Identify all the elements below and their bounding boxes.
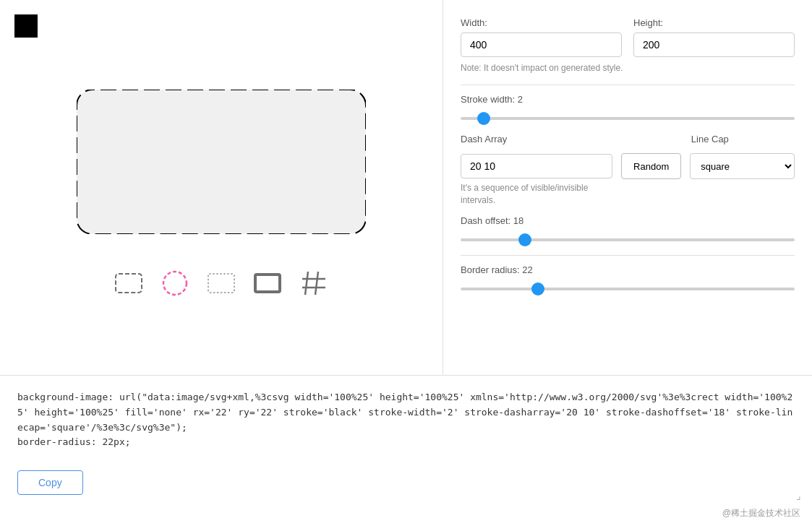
svg-rect-4 bbox=[255, 275, 280, 292]
width-input[interactable] bbox=[461, 33, 622, 57]
dash-array-input[interactable] bbox=[461, 154, 612, 178]
svg-point-2 bbox=[163, 272, 187, 295]
divider-2 bbox=[461, 255, 795, 256]
dash-offset-container: Dash offset: 18 bbox=[461, 215, 795, 243]
dash-offset-label: Dash offset: 18 bbox=[461, 215, 795, 226]
right-panel: Width: Height: Note: It doesn't impact o… bbox=[443, 0, 812, 375]
stroke-width-container: Stroke width: 2 bbox=[461, 94, 795, 122]
generated-code: background-image: url("data:image/svg+xm… bbox=[17, 390, 795, 450]
copy-button[interactable]: Copy bbox=[17, 470, 83, 495]
svg-rect-3 bbox=[208, 274, 234, 293]
preview-svg bbox=[77, 90, 366, 234]
preset-icons-row bbox=[114, 269, 328, 300]
preset-dashed-circle[interactable] bbox=[161, 269, 189, 300]
svg-line-6 bbox=[315, 272, 318, 295]
preset-dashed-rect[interactable] bbox=[114, 269, 143, 300]
width-label: Width: bbox=[461, 17, 622, 28]
line-cap-select[interactable]: butt round square bbox=[690, 153, 795, 179]
dimensions-row: Width: Height: bbox=[461, 17, 795, 57]
stroke-width-label: Stroke width: 2 bbox=[461, 94, 795, 105]
hint-text: It's a sequence of visible/invisibleinte… bbox=[461, 182, 795, 207]
dash-array-label: Dash Array bbox=[461, 134, 616, 144]
svg-rect-0 bbox=[77, 90, 366, 234]
dash-offset-slider[interactable] bbox=[461, 238, 795, 241]
width-group: Width: bbox=[461, 17, 622, 57]
border-radius-label: Border radius: 22 bbox=[461, 264, 795, 275]
svg-line-5 bbox=[305, 272, 308, 295]
note-text: Note: It doesn't impact on generated sty… bbox=[461, 63, 795, 73]
border-radius-container: Border radius: 22 bbox=[461, 264, 795, 293]
line-cap-label: Line Cap bbox=[691, 134, 795, 144]
height-group: Height: bbox=[633, 17, 795, 57]
border-radius-slider[interactable] bbox=[461, 288, 795, 290]
svg-rect-1 bbox=[116, 274, 142, 293]
height-input[interactable] bbox=[633, 33, 795, 57]
height-label: Height: bbox=[633, 17, 795, 28]
color-swatch[interactable] bbox=[14, 14, 38, 38]
bottom-panel: background-image: url("data:image/svg+xm… bbox=[0, 376, 812, 506]
preset-solid-rect[interactable] bbox=[253, 269, 282, 300]
resize-handle[interactable]: ⌟ bbox=[796, 491, 806, 501]
preset-dotted-rect[interactable] bbox=[207, 269, 236, 300]
preset-grid[interactable] bbox=[299, 269, 328, 300]
left-panel bbox=[0, 0, 443, 375]
divider-1 bbox=[461, 85, 795, 85]
random-button[interactable]: Random bbox=[621, 153, 681, 179]
stroke-width-slider[interactable] bbox=[461, 117, 795, 120]
